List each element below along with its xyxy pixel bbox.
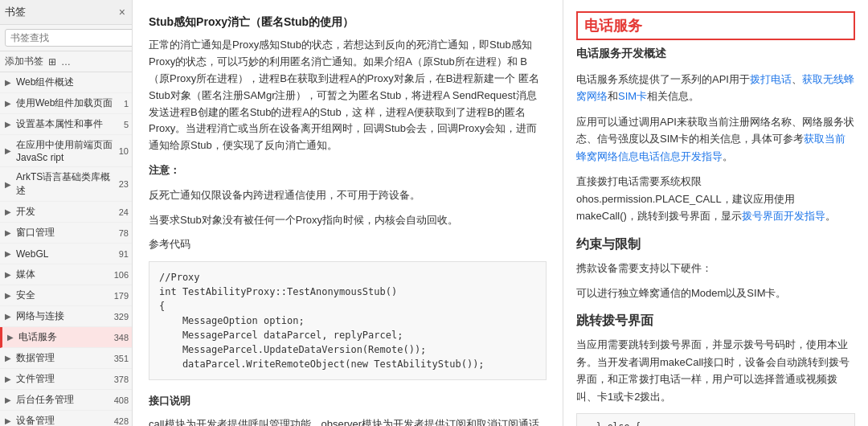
arrow-icon: ▶	[5, 228, 14, 237]
sidebar-item-3[interactable]: ▶在应用中使用前端页面JavaSc ript10	[0, 135, 132, 167]
sidebar-item-count: 5	[124, 120, 129, 129]
right-title: 电话服务	[584, 16, 847, 35]
sidebar-item-count: 91	[119, 249, 129, 259]
sidebar-item-label: 设备管理	[16, 414, 111, 426]
right-para1: 电话服务系统提供了一系列的API用于拨打电话、获取无线蜂窝网络和SIM卡相关信息…	[576, 71, 855, 105]
arrow-icon: ▶	[5, 99, 14, 108]
link-network-info[interactable]: 获取当前蜂窝网络信息电话信息开发指导	[576, 133, 845, 162]
add-bookmark-button[interactable]: 添加书签	[5, 55, 43, 68]
search-bar	[0, 25, 132, 51]
sidebar-item-8[interactable]: ▶媒体106	[0, 264, 132, 285]
sidebar-item-label: ArkTS语言基础类库概述	[16, 170, 116, 198]
sidebar-item-11[interactable]: ▶电话服务348	[0, 327, 132, 348]
right-panel: 电话服务 电话服务开发概述 电话服务系统提供了一系列的API用于拨打电话、获取无…	[563, 0, 868, 426]
sidebar-item-count: 351	[114, 354, 129, 363]
right-title-box: 电话服务	[576, 11, 855, 40]
sidebar-item-5[interactable]: ▶开发24	[0, 202, 132, 223]
sidebar-item-count: 1	[124, 99, 129, 109]
sidebar-item-12[interactable]: ▶数据管理351	[0, 348, 132, 369]
sidebar-item-label: 网络与连接	[16, 309, 111, 323]
sidebar: 书签 × 添加书签 ⊞ … ▶Web组件概述▶使用Web组件加载页面1▶设置基本…	[0, 0, 133, 426]
sidebar-item-label: 在应用中使用前端页面JavaSc ript	[16, 138, 116, 163]
arrow-icon: ▶	[5, 291, 14, 300]
sidebar-item-label: 电话服务	[18, 330, 111, 344]
sidebar-item-count: 329	[114, 312, 129, 322]
sidebar-item-10[interactable]: ▶网络与连接329	[0, 306, 132, 327]
arrow-icon: ▶	[5, 375, 14, 383]
sidebar-item-count: 179	[114, 291, 129, 301]
content-area: Stub感知Proxy消亡（匿名Stub的使用） 正常的消亡通知是Proxy感知…	[133, 0, 868, 426]
more-button[interactable]: …	[61, 56, 71, 68]
right-para3: 直接拨打电话需要系统权限ohos.permission.PLACE_CALL，建…	[576, 173, 855, 224]
interface-desc: call模块为开发者提供呼叫管理功能，observer模块为开发者提供订阅和取消…	[149, 416, 547, 426]
sidebar-item-9[interactable]: ▶安全179	[0, 285, 132, 306]
sidebar-item-count: 10	[119, 146, 129, 156]
interface-section: 接口说明 call模块为开发者提供呼叫管理功能，observer模块为开发者提供…	[149, 393, 547, 426]
sidebar-item-count: 78	[119, 228, 129, 238]
arrow-icon: ▶	[7, 333, 17, 342]
sidebar-item-0[interactable]: ▶Web组件概述	[0, 72, 132, 93]
link-sim[interactable]: SIM卡	[618, 90, 647, 102]
close-button[interactable]: ×	[117, 6, 127, 18]
sidebar-item-count: 348	[114, 333, 129, 342]
sidebar-item-label: Web组件概述	[16, 76, 125, 89]
sidebar-nav: ▶Web组件概述▶使用Web组件加载页面1▶设置基本属性和事件5▶在应用中使用前…	[0, 72, 132, 426]
doc-note-label: 注意：	[149, 162, 547, 179]
sidebar-item-count: 428	[114, 416, 129, 426]
sidebar-item-1[interactable]: ▶使用Web组件加载页面1	[0, 93, 132, 114]
sidebar-item-label: 后台任务管理	[16, 393, 111, 407]
sidebar-actions: 添加书签 ⊞ …	[0, 51, 132, 72]
arrow-icon: ▶	[5, 312, 14, 321]
arrow-icon: ▶	[5, 354, 14, 363]
sidebar-item-count: 408	[114, 395, 129, 405]
right-para2: 应用可以通过调用API来获取当前注册网络名称、网络服务状态、信号强度以及SIM卡…	[576, 113, 855, 165]
arrow-icon: ▶	[5, 120, 14, 129]
arrow-icon: ▶	[5, 416, 14, 425]
sidebar-item-2[interactable]: ▶设置基本属性和事件5	[0, 114, 132, 135]
sidebar-title: 书签	[5, 5, 117, 19]
sidebar-item-label: 窗口管理	[16, 226, 116, 240]
sidebar-item-label: 文件管理	[16, 372, 111, 386]
sidebar-item-label: 媒体	[16, 268, 111, 281]
right-section2-title: 跳转拨号界面	[576, 313, 855, 330]
sidebar-item-15[interactable]: ▶设备管理428	[0, 411, 132, 426]
link-call[interactable]: 拨打电话	[750, 73, 792, 85]
main-content: Stub感知Proxy消亡（匿名Stub的使用） 正常的消亡通知是Proxy感知…	[133, 0, 868, 426]
right-section1-title: 约束与限制	[576, 236, 855, 253]
arrow-icon: ▶	[5, 249, 14, 258]
sidebar-item-label: WebGL	[16, 248, 116, 260]
sidebar-item-label: 设置基本属性和事件	[16, 117, 121, 131]
right-section1-detail: 可以进行独立蜂窝通信的Modem以及SIM卡。	[576, 285, 855, 301]
sidebar-item-count: 106	[114, 270, 129, 280]
arrow-icon: ▶	[5, 146, 14, 155]
interface-section-title: 接口说明	[149, 393, 547, 410]
arrow-icon: ▶	[5, 180, 14, 189]
doc-note1: 反死亡通知仅限设备内跨进程通信使用，不可用于跨设备。	[149, 187, 547, 204]
sidebar-item-count: 23	[119, 179, 129, 189]
sidebar-item-count: 378	[114, 375, 129, 384]
sidebar-header: 书签 ×	[0, 0, 132, 25]
sidebar-item-13[interactable]: ▶文件管理378	[0, 369, 132, 390]
sidebar-item-count: 24	[119, 207, 129, 217]
doc-code-block: //Proxy int TestAbilityProxy::TestAnonym…	[149, 261, 547, 380]
right-code-block: } else { console.log("make call fail, er…	[576, 413, 855, 426]
doc-panel: Stub感知Proxy消亡（匿名Stub的使用） 正常的消亡通知是Proxy感知…	[133, 0, 563, 426]
arrow-icon: ▶	[5, 207, 14, 216]
link-dialpad[interactable]: 拨号界面开发指导	[742, 210, 825, 222]
sidebar-item-4[interactable]: ▶ArkTS语言基础类库概述23	[0, 167, 132, 202]
search-input[interactable]	[5, 29, 133, 47]
right-section1-text: 携款设备需要支持以下硬件：	[576, 260, 855, 276]
doc-ref-label: 参考代码	[149, 236, 547, 253]
sidebar-item-label: 安全	[16, 289, 111, 302]
arrow-icon: ▶	[5, 270, 14, 279]
sidebar-item-14[interactable]: ▶后台任务管理408	[0, 390, 132, 411]
note-label: 注意：	[149, 164, 180, 176]
right-subtitle: 电话服务开发概述	[576, 47, 855, 61]
sidebar-item-label: 使用Web组件加载页面	[16, 96, 121, 110]
sidebar-item-7[interactable]: ▶WebGL91	[0, 244, 132, 264]
sidebar-item-6[interactable]: ▶窗口管理78	[0, 223, 132, 244]
arrow-icon: ▶	[5, 78, 14, 87]
sidebar-item-label: 数据管理	[16, 351, 111, 365]
doc-note2: 当要求Stub对象没有被任何一个Proxy指向时候，内核会自动回收。	[149, 212, 547, 229]
doc-section-title: Stub感知Proxy消亡（匿名Stub的使用）	[149, 13, 547, 31]
